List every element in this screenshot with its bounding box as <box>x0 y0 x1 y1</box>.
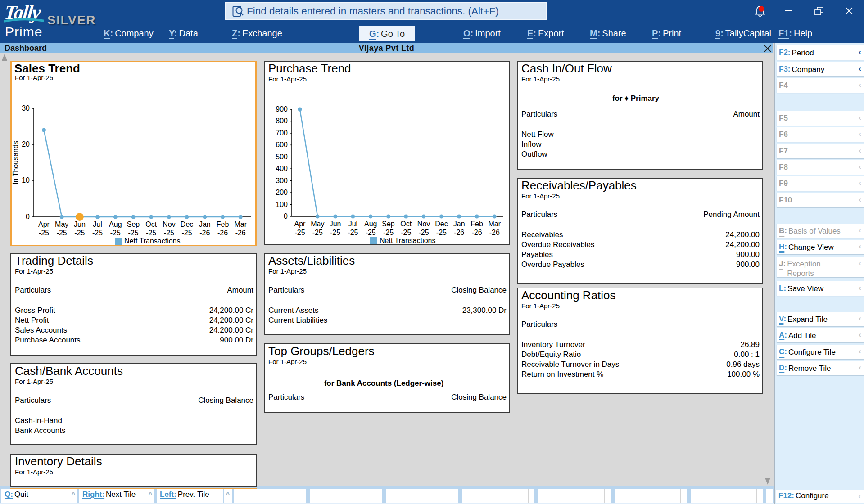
svg-text:-26: -26 <box>235 229 246 237</box>
svg-text:-25: -25 <box>383 229 394 236</box>
svg-text:-25: -25 <box>110 229 121 237</box>
svg-text:-25: -25 <box>74 229 85 237</box>
svg-text:Aug: Aug <box>364 220 377 228</box>
svg-text:-26: -26 <box>217 229 228 237</box>
svg-text:600: 600 <box>276 141 288 148</box>
svg-text:-25: -25 <box>419 229 429 236</box>
svg-text:400: 400 <box>276 165 288 172</box>
svg-text:May: May <box>55 220 68 228</box>
svg-text:900: 900 <box>276 105 288 113</box>
svg-text:Dec: Dec <box>181 220 193 228</box>
svg-text:Feb: Feb <box>470 220 483 228</box>
svg-text:Sep: Sep <box>127 220 140 228</box>
svg-text:-25: -25 <box>92 229 103 237</box>
svg-text:800: 800 <box>276 117 288 125</box>
svg-text:-25: -25 <box>330 229 340 236</box>
svg-text:0: 0 <box>284 212 288 220</box>
svg-text:10: 10 <box>22 176 30 184</box>
svg-text:-25: -25 <box>294 229 305 236</box>
svg-text:-25: -25 <box>182 229 192 237</box>
svg-text:Sep: Sep <box>382 220 395 228</box>
svg-text:700: 700 <box>276 129 288 137</box>
svg-text:-25: -25 <box>57 229 67 237</box>
svg-text:Oct: Oct <box>145 220 157 228</box>
svg-text:30: 30 <box>22 104 30 112</box>
svg-text:500: 500 <box>276 153 288 161</box>
svg-text:-26: -26 <box>199 229 210 237</box>
svg-text:Jan: Jan <box>453 220 465 228</box>
svg-text:-25: -25 <box>146 229 156 237</box>
svg-text:-25: -25 <box>128 229 138 237</box>
svg-text:-25: -25 <box>436 229 447 236</box>
svg-text:0: 0 <box>26 213 30 220</box>
svg-text:Dec: Dec <box>435 220 448 228</box>
svg-text:Feb: Feb <box>217 220 229 228</box>
svg-text:Nett Transactions: Nett Transactions <box>124 237 181 245</box>
svg-text:300: 300 <box>276 177 288 184</box>
svg-text:May: May <box>311 220 324 228</box>
svg-text:Apr: Apr <box>294 220 306 228</box>
svg-text:-26: -26 <box>489 229 500 236</box>
svg-text:Mar: Mar <box>489 220 501 228</box>
svg-text:-25: -25 <box>164 229 174 237</box>
svg-text:-25: -25 <box>312 229 323 236</box>
svg-text:Nov: Nov <box>417 220 430 228</box>
svg-text:Oct: Oct <box>400 220 412 228</box>
svg-text:200: 200 <box>276 189 288 196</box>
svg-text:-25: -25 <box>366 229 376 236</box>
svg-text:Jun: Jun <box>330 220 341 228</box>
svg-text:Apr: Apr <box>38 220 50 228</box>
svg-text:-25: -25 <box>39 229 49 237</box>
svg-text:-25: -25 <box>348 229 358 236</box>
svg-text:Jun: Jun <box>74 220 86 228</box>
svg-text:Aug: Aug <box>109 220 122 228</box>
svg-text:Jul: Jul <box>93 220 102 228</box>
svg-text:Nett Transactions: Nett Transactions <box>380 237 436 244</box>
svg-text:-25: -25 <box>401 229 411 236</box>
svg-text:Nov: Nov <box>163 220 175 228</box>
svg-text:In Thousands: In Thousands <box>12 141 19 184</box>
svg-text:-26: -26 <box>471 229 482 236</box>
svg-text:Jan: Jan <box>199 220 211 228</box>
svg-text:20: 20 <box>22 140 30 148</box>
svg-text:-26: -26 <box>454 229 464 236</box>
svg-text:Mar: Mar <box>234 220 247 228</box>
svg-text:100: 100 <box>276 201 288 208</box>
svg-text:Jul: Jul <box>348 220 357 228</box>
